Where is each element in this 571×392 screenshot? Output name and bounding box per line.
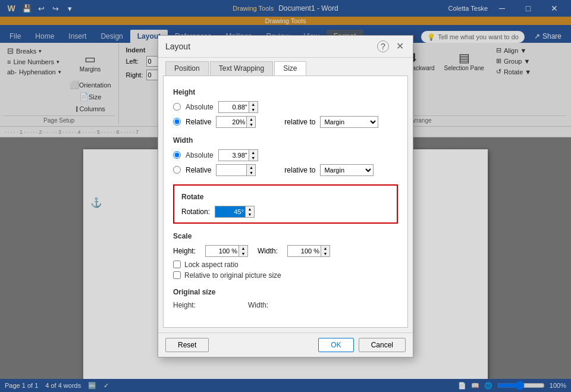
height-absolute-label[interactable]: Absolute	[186, 103, 214, 111]
width-absolute-label[interactable]: Absolute	[186, 151, 214, 159]
ok-btn[interactable]: OK	[318, 338, 353, 352]
original-size-values: Height: Width:	[173, 301, 398, 309]
modal-title-bar: Layout ? ✕	[158, 36, 413, 58]
height-rel-up-btn[interactable]: ▲	[247, 117, 255, 122]
width-absolute-row: Absolute ▲ ▼	[173, 149, 398, 161]
height-relative-label[interactable]: Relative	[186, 118, 211, 126]
height-section-title: Height	[173, 88, 398, 96]
width-relative-to-label: relative to	[284, 166, 315, 174]
height-absolute-spinner: ▲ ▼	[218, 101, 258, 113]
width-relative-label[interactable]: Relative	[186, 166, 211, 174]
width-abs-up-btn[interactable]: ▲	[249, 150, 258, 155]
scale-width-input[interactable]	[288, 246, 321, 256]
height-relative-to-select[interactable]: Margin Page Top Margin Bottom Margin	[320, 116, 378, 128]
height-absolute-input[interactable]	[219, 102, 249, 112]
scale-height-label: Height:	[173, 247, 196, 255]
relative-original-row: Relative to original picture size	[173, 271, 398, 280]
height-absolute-radio[interactable]	[173, 103, 181, 111]
tab-position[interactable]: Position	[165, 61, 209, 76]
lock-aspect-row: Lock aspect ratio	[173, 261, 398, 269]
scale-height-spinner: ▲ ▼	[205, 245, 248, 257]
height-relative-input[interactable]	[217, 117, 246, 127]
relative-original-checkbox[interactable]	[173, 271, 181, 279]
scale-h-down-btn[interactable]: ▼	[239, 251, 247, 256]
reset-btn[interactable]: Reset	[165, 338, 209, 352]
height-section: Height Absolute ▲ ▼ Relative	[173, 88, 398, 128]
width-relative-spinner: ▲ ▼	[216, 164, 256, 176]
modal-overlay: Layout ? ✕ Position Text Wrapping Size H…	[0, 0, 571, 379]
tab-text-wrapping[interactable]: Text Wrapping	[210, 61, 273, 76]
modal-footer: Reset OK Cancel	[158, 333, 413, 357]
orig-width-label: Width:	[248, 301, 268, 309]
modal-body: Height Absolute ▲ ▼ Relative	[163, 76, 408, 328]
height-absolute-row: Absolute ▲ ▼	[173, 101, 398, 113]
width-rel-down-btn[interactable]: ▼	[247, 170, 255, 175]
height-relative-spinner: ▲ ▼	[216, 116, 256, 128]
width-absolute-input[interactable]	[219, 150, 249, 161]
rotation-up-btn[interactable]: ▲	[246, 206, 254, 212]
lock-aspect-checkbox[interactable]	[173, 261, 181, 268]
width-abs-down-btn[interactable]: ▼	[249, 155, 258, 161]
cancel-btn[interactable]: Cancel	[359, 338, 406, 352]
original-size-title: Original size	[173, 288, 398, 296]
height-relative-to-label: relative to	[284, 118, 315, 126]
width-rel-up-btn[interactable]: ▲	[247, 165, 255, 170]
scale-height-input[interactable]	[206, 246, 239, 256]
width-section-title: Width	[173, 136, 398, 145]
original-size-section: Original size Height: Width:	[173, 288, 398, 309]
height-abs-up-btn[interactable]: ▲	[249, 102, 258, 107]
width-relative-row: Relative ▲ ▼ relative to Margin Page Lef…	[173, 164, 398, 176]
width-relative-to-select[interactable]: Margin Page Left Margin Right Margin	[320, 164, 374, 176]
width-absolute-radio[interactable]	[173, 151, 181, 159]
scale-section-title: Scale	[173, 232, 398, 240]
lock-aspect-label[interactable]: Lock aspect ratio	[184, 261, 239, 269]
rotate-section: Rotate Rotation: ▲ ▼	[173, 184, 398, 224]
relative-original-label[interactable]: Relative to original picture size	[184, 271, 281, 280]
width-absolute-spinner: ▲ ▼	[218, 149, 258, 161]
scale-w-down-btn[interactable]: ▼	[321, 251, 330, 256]
scale-width-label: Width:	[258, 247, 278, 255]
scale-section: Scale Height: ▲ ▼ Width: ▲	[173, 232, 398, 280]
height-abs-down-btn[interactable]: ▼	[249, 107, 258, 112]
height-rel-down-btn[interactable]: ▼	[247, 122, 255, 127]
rotate-section-title: Rotate	[181, 193, 390, 201]
rotation-label: Rotation:	[181, 208, 210, 216]
rotation-input[interactable]	[215, 206, 245, 217]
scale-w-up-btn[interactable]: ▲	[321, 246, 330, 251]
tab-size[interactable]: Size	[274, 61, 306, 76]
modal-help-btn[interactable]: ?	[377, 40, 389, 52]
rotation-down-btn[interactable]: ▼	[246, 212, 254, 217]
modal-tabs: Position Text Wrapping Size	[158, 58, 413, 76]
modal-close-btn[interactable]: ✕	[394, 40, 406, 52]
scale-width-spinner: ▲ ▼	[287, 245, 330, 257]
layout-dialog: Layout ? ✕ Position Text Wrapping Size H…	[158, 35, 413, 357]
width-relative-input[interactable]	[217, 165, 246, 175]
modal-title: Layout	[165, 42, 190, 51]
orig-height-label: Height:	[173, 301, 196, 309]
rotation-spinner: ▲ ▼	[215, 206, 255, 218]
scale-h-up-btn[interactable]: ▲	[239, 246, 247, 251]
height-relative-row: Relative ▲ ▼ relative to Margin Page Top…	[173, 116, 398, 128]
width-section: Width Absolute ▲ ▼ Relative	[173, 136, 398, 176]
scale-row: Height: ▲ ▼ Width: ▲ ▼	[173, 245, 398, 257]
rotation-row: Rotation: ▲ ▼	[181, 206, 390, 218]
width-relative-radio[interactable]	[173, 166, 181, 174]
height-relative-radio[interactable]	[173, 118, 181, 126]
